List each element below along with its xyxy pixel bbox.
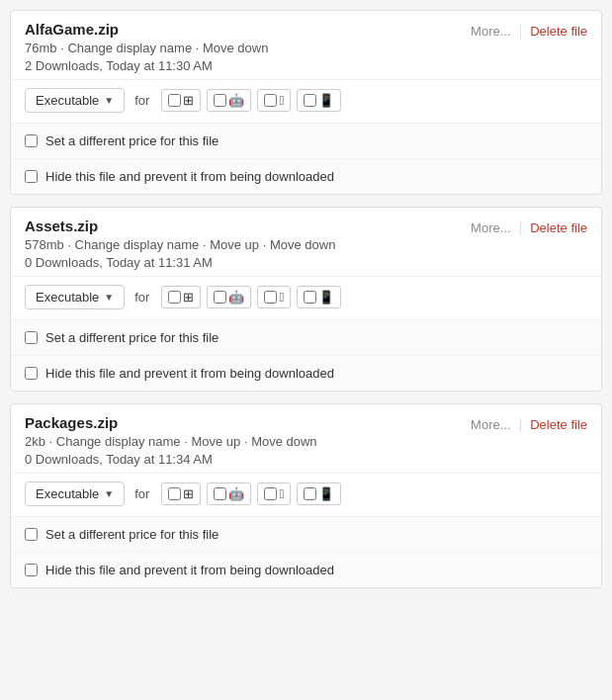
move-down-link-packages[interactable]: Move down [251, 434, 316, 449]
file-downloads-assets: 0 Downloads, Today at 11:31 AM [25, 255, 471, 270]
windows-icon: ⊞ [183, 486, 194, 501]
platform-android-person-assets: 🤖 [207, 286, 251, 308]
windows-icon: ⊞ [183, 93, 194, 108]
platform-android-person-checkbox-assets[interactable] [214, 291, 226, 304]
move-down-link-alfagame[interactable]: Move down [203, 41, 268, 55]
file-actions-packages: More...|Delete file [471, 414, 587, 432]
file-meta-packages: 2kb · Change display name · Move up · Mo… [25, 434, 471, 449]
price-checkbox-alfagame[interactable] [25, 134, 38, 147]
price-label-text-packages[interactable]: Set a different price for this file [45, 527, 219, 542]
delete-link-packages[interactable]: Delete file [530, 417, 587, 432]
apple-icon:  [279, 486, 284, 501]
platform-windows-assets: ⊞ [161, 286, 201, 308]
file-actions-alfagame: More...|Delete file [471, 21, 587, 39]
kind-label-alfagame: Executable [36, 93, 99, 108]
platform-windows-packages: ⊞ [161, 482, 201, 505]
dropdown-arrow-assets: ▼ [104, 292, 114, 303]
file-size-alfagame: 76mb [25, 41, 57, 55]
file-card-alfagame: AlfaGame.zip76mb · Change display name ·… [10, 10, 602, 195]
platform-apple-checkbox-packages[interactable] [264, 487, 277, 500]
change-display-name-link-assets[interactable]: Change display name [75, 237, 200, 252]
platform-android-person-checkbox-packages[interactable] [214, 487, 226, 500]
for-label-packages: for [134, 486, 149, 501]
platform-apple-checkbox-alfagame[interactable] [264, 94, 277, 107]
price-label-text-assets[interactable]: Set a different price for this file [45, 330, 219, 345]
android-person-icon: 🤖 [228, 93, 244, 108]
apple-icon:  [279, 93, 284, 108]
hide-row-alfagame: Hide this file and prevent it from being… [11, 158, 601, 194]
platform-android-checkbox-alfagame[interactable] [304, 94, 316, 107]
action-separator-alfagame: | [519, 23, 523, 39]
file-name-packages: Packages.zip [25, 414, 471, 431]
hide-row-packages: Hide this file and prevent it from being… [11, 552, 601, 587]
platform-android-assets: 📱 [297, 286, 341, 308]
price-row-packages: Set a different price for this file [11, 516, 601, 552]
kind-dropdown-alfagame[interactable]: Executable▼ [25, 88, 125, 113]
android-person-icon: 🤖 [228, 486, 244, 501]
hide-label-text-packages[interactable]: Hide this file and prevent it from being… [45, 563, 334, 577]
platform-android-alfagame: 📱 [297, 89, 341, 112]
platform-apple-packages:  [257, 482, 291, 505]
move-down-link-assets[interactable]: Move down [270, 237, 335, 252]
file-card-assets: Assets.zip578mb · Change display name · … [10, 207, 602, 392]
platform-row-assets: Executable▼for⊞🤖📱 [11, 276, 601, 319]
platform-checkboxes-packages: ⊞🤖📱 [161, 482, 341, 505]
file-name-assets: Assets.zip [25, 218, 471, 234]
apple-icon:  [279, 290, 284, 305]
dropdown-arrow-alfagame: ▼ [104, 95, 114, 106]
platform-checkboxes-alfagame: ⊞🤖📱 [161, 89, 341, 112]
price-checkbox-packages[interactable] [25, 528, 38, 541]
file-size-packages: 2kb [25, 434, 45, 449]
platform-windows-checkbox-assets[interactable] [168, 291, 181, 304]
platform-android-person-checkbox-alfagame[interactable] [214, 94, 226, 107]
platform-row-alfagame: Executable▼for⊞🤖📱 [11, 79, 601, 123]
file-info-packages: Packages.zip2kb · Change display name · … [25, 414, 471, 467]
file-meta-alfagame: 76mb · Change display name · Move down [25, 41, 471, 55]
platform-windows-checkbox-alfagame[interactable] [168, 94, 181, 107]
hide-checkbox-assets[interactable] [25, 367, 38, 380]
for-label-assets: for [134, 290, 149, 305]
platform-windows-checkbox-packages[interactable] [168, 487, 181, 500]
android-icon: 📱 [318, 290, 334, 305]
change-display-name-link-alfagame[interactable]: Change display name [67, 41, 192, 55]
file-downloads-packages: 0 Downloads, Today at 11:34 AM [25, 452, 471, 467]
price-row-alfagame: Set a different price for this file [11, 123, 601, 158]
kind-dropdown-packages[interactable]: Executable▼ [25, 481, 125, 506]
file-meta-assets: 578mb · Change display name · Move up · … [25, 237, 471, 252]
windows-icon: ⊞ [183, 290, 194, 305]
file-actions-assets: More...|Delete file [471, 218, 587, 235]
hide-label-text-alfagame[interactable]: Hide this file and prevent it from being… [45, 169, 334, 184]
platform-apple-assets:  [257, 286, 291, 308]
move-up-link-assets[interactable]: Move up [210, 237, 259, 252]
kind-dropdown-assets[interactable]: Executable▼ [25, 285, 125, 309]
more-link-alfagame[interactable]: More... [471, 24, 510, 39]
price-checkbox-assets[interactable] [25, 331, 38, 344]
hide-checkbox-packages[interactable] [25, 564, 38, 576]
delete-link-alfagame[interactable]: Delete file [530, 24, 587, 39]
file-downloads-alfagame: 2 Downloads, Today at 11:30 AM [25, 58, 471, 73]
platform-apple-checkbox-assets[interactable] [264, 291, 277, 304]
platform-row-packages: Executable▼for⊞🤖📱 [11, 473, 601, 516]
android-icon: 📱 [318, 93, 334, 108]
file-header-alfagame: AlfaGame.zip76mb · Change display name ·… [11, 11, 601, 79]
file-header-assets: Assets.zip578mb · Change display name · … [11, 208, 601, 276]
platform-android-checkbox-packages[interactable] [304, 487, 316, 500]
price-row-assets: Set a different price for this file [11, 319, 601, 355]
more-link-assets[interactable]: More... [471, 220, 510, 235]
hide-checkbox-alfagame[interactable] [25, 170, 38, 183]
platform-checkboxes-assets: ⊞🤖📱 [161, 286, 341, 308]
more-link-packages[interactable]: More... [471, 417, 510, 432]
price-label-text-alfagame[interactable]: Set a different price for this file [45, 133, 219, 148]
platform-android-person-alfagame: 🤖 [207, 89, 251, 112]
file-info-assets: Assets.zip578mb · Change display name · … [25, 218, 471, 270]
move-up-link-packages[interactable]: Move up [191, 434, 240, 449]
android-person-icon: 🤖 [228, 290, 244, 305]
hide-row-assets: Hide this file and prevent it from being… [11, 355, 601, 391]
hide-label-text-assets[interactable]: Hide this file and prevent it from being… [45, 366, 334, 381]
action-separator-packages: | [519, 416, 523, 432]
kind-label-assets: Executable [36, 290, 99, 305]
platform-android-checkbox-assets[interactable] [304, 291, 316, 304]
change-display-name-link-packages[interactable]: Change display name [56, 434, 181, 449]
delete-link-assets[interactable]: Delete file [530, 220, 587, 235]
file-info-alfagame: AlfaGame.zip76mb · Change display name ·… [25, 21, 471, 73]
